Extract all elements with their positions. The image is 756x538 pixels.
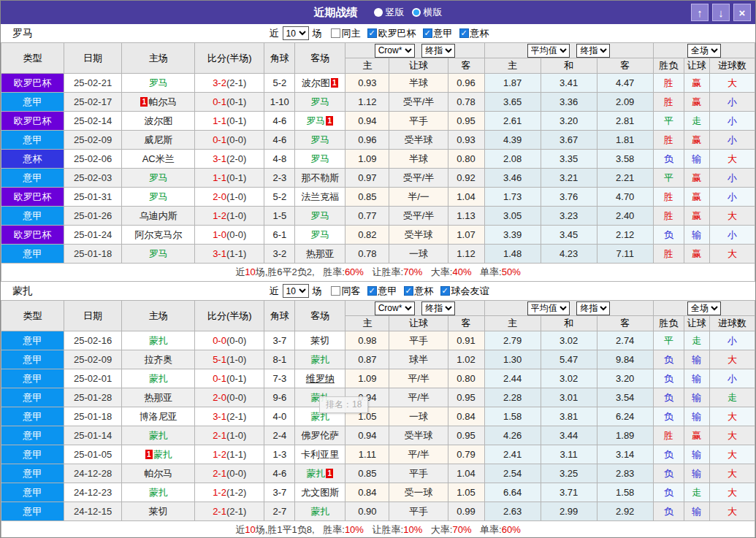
vertical-layout-label[interactable]: 竖版 (386, 6, 405, 19)
league-type-cell: 欧罗巴杯 (1, 226, 64, 245)
result-wdl-cell: 胜 (653, 426, 684, 445)
checkbox-label: 意甲 (378, 285, 397, 298)
team-name[interactable]: 1帕尔马 (140, 96, 177, 107)
checkbox-icon[interactable] (459, 28, 469, 38)
checkbox-icon[interactable] (331, 28, 340, 38)
team-name[interactable]: 1蒙扎 (145, 449, 172, 460)
team-name[interactable]: 威尼斯 (144, 134, 172, 145)
team-name[interactable]: 罗马 (149, 172, 168, 183)
score-main: 1-1 (213, 115, 226, 126)
team-name[interactable]: 波尔图 (144, 115, 172, 126)
final-index-select-2[interactable]: 终指 (576, 44, 610, 58)
avg-draw-cell: 3.67 (541, 131, 597, 150)
checkbox-label: 同客 (342, 285, 361, 298)
checkbox-label: 同主 (342, 27, 361, 40)
handicap-line-cell: 平手 (389, 464, 448, 483)
match-date-cell: 24-12-23 (64, 483, 122, 502)
team-name[interactable]: 乌迪内斯 (140, 210, 177, 221)
filter-club-friendly[interactable]: 球会友谊 (434, 285, 489, 298)
recent-count-select[interactable]: 10 (283, 26, 309, 40)
filter-coppa-italia[interactable]: 意杯 (397, 285, 434, 298)
horizontal-layout-label[interactable]: 横版 (424, 6, 443, 19)
league-type-cell: 意甲 (1, 483, 64, 502)
team-name-text: 莱切 (310, 335, 329, 346)
team-name[interactable]: 蒙扎 (149, 335, 168, 346)
team-name[interactable]: 罗马 (310, 134, 329, 145)
recent-count-select[interactable]: 10 (283, 284, 309, 298)
checkbox-icon[interactable] (367, 28, 377, 38)
team-name[interactable]: 帕尔马 (144, 468, 172, 479)
checkbox-icon[interactable] (423, 28, 432, 38)
move-up-button[interactable]: ↑ (691, 4, 709, 21)
team-name[interactable]: 蒙扎 (149, 373, 168, 384)
team-name[interactable]: 热那亚 (306, 248, 335, 259)
team-name[interactable]: 那不勒斯 (301, 172, 339, 183)
team-name[interactable]: 尤文图斯 (301, 487, 339, 498)
filter-same-away[interactable]: 同客 (324, 285, 361, 298)
handicap-line-cell: 球半 (389, 350, 448, 369)
checkbox-icon[interactable] (404, 286, 413, 296)
team-name[interactable]: 蒙扎 (310, 506, 329, 517)
score-cell: 1-1(0-1) (195, 112, 264, 131)
checkbox-icon[interactable] (331, 286, 340, 296)
team-name[interactable]: 罗马 (310, 210, 329, 221)
team-name[interactable]: 维罗纳 (306, 373, 335, 384)
close-button[interactable]: × (733, 4, 751, 21)
team-name-text: 罗马 (310, 153, 329, 164)
handicap-line-cell: 受平/半 (389, 93, 448, 112)
filter-europa-league[interactable]: 欧罗巴杯 (361, 27, 416, 40)
team-name[interactable]: 罗马1 (306, 115, 334, 126)
team-name[interactable]: 罗马 (310, 229, 329, 240)
vertical-layout-radio-icon[interactable] (374, 8, 383, 17)
corner-cell: 5-2 (264, 188, 295, 207)
fulltime-select[interactable]: 全场 (687, 44, 721, 58)
team-name[interactable]: 波尔图1 (302, 77, 339, 88)
team-name[interactable]: 蒙扎 (310, 354, 329, 365)
move-down-button[interactable]: ↓ (712, 4, 730, 21)
team-name[interactable]: 罗马 (310, 153, 329, 164)
team-name[interactable]: 蒙扎1 (306, 468, 334, 479)
bookmaker-select[interactable]: Crow* (375, 44, 415, 58)
average-select[interactable]: 平均值 (527, 301, 570, 315)
checkbox-icon[interactable] (367, 286, 377, 296)
team-name[interactable]: 莱切 (310, 335, 329, 346)
checkbox-label: 意甲 (434, 27, 453, 40)
handicap-line-cell: 一球 (389, 245, 448, 264)
average-select[interactable]: 平均值 (527, 44, 570, 58)
odds-away-cell: 0.91 (448, 331, 484, 350)
col-type: 类型 (1, 301, 64, 331)
team-name[interactable]: 佛罗伦萨 (301, 430, 339, 441)
final-index-select[interactable]: 终指 (421, 301, 455, 315)
final-index-select-2[interactable]: 终指 (576, 301, 610, 315)
team-name[interactable]: 卡利亚里 (301, 449, 339, 460)
team-name[interactable]: 博洛尼亚 (140, 411, 177, 422)
team-name[interactable]: 罗马 (149, 191, 168, 202)
filter-serie-a[interactable]: 意甲 (416, 27, 453, 40)
score-cell: 0-1(0-1) (195, 93, 264, 112)
team-name[interactable]: 拉齐奥 (144, 354, 172, 365)
team-name[interactable]: AC米兰 (142, 153, 175, 164)
corner-cell: 2-4 (264, 426, 295, 445)
horizontal-layout-radio-icon[interactable] (412, 8, 421, 17)
team-name[interactable]: 热那亚 (144, 392, 172, 403)
checkbox-icon[interactable] (440, 286, 450, 296)
result-handicap-cell: 走 (684, 331, 709, 350)
team-name[interactable]: 罗马 (149, 77, 168, 88)
final-index-select[interactable]: 终指 (421, 44, 455, 58)
filter-same-home[interactable]: 同主 (324, 27, 361, 40)
filter-serie-a[interactable]: 意甲 (361, 285, 397, 298)
team-name[interactable]: 罗马 (149, 248, 168, 259)
result-wdl-cell: 胜 (653, 207, 684, 226)
match-date-cell: 25-01-31 (64, 188, 122, 207)
team-name[interactable]: 莱切 (149, 506, 168, 517)
team-name[interactable]: 蒙扎 (149, 430, 168, 441)
team-name[interactable]: 阿尔克马尔 (134, 229, 182, 240)
section-team-name: 蒙扎 (12, 285, 33, 298)
team-name[interactable]: 蒙扎 (149, 487, 168, 498)
score-half: (0-1) (226, 373, 246, 384)
filter-coppa-italia[interactable]: 意杯 (453, 27, 489, 40)
team-name[interactable]: 罗马 (310, 96, 329, 107)
bookmaker-select[interactable]: Crow* (375, 301, 415, 315)
team-name[interactable]: 法兰克福 (301, 191, 339, 202)
fulltime-select[interactable]: 全场 (687, 301, 721, 315)
